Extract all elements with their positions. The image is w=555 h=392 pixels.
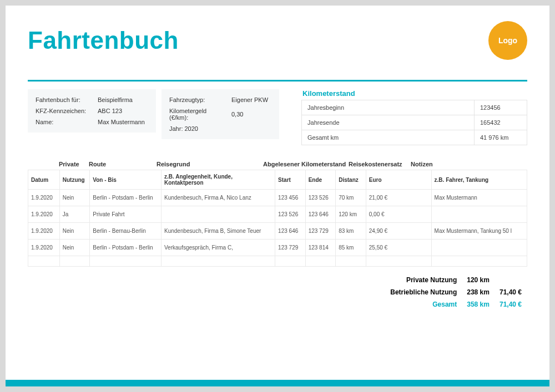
company-info-box: Fahrtenbuch für:Beispielfirma KFZ-Kennze… <box>28 89 156 133</box>
cell-nutz: Nein <box>59 190 90 206</box>
cell-route: Berlin - Potsdam - Berlin <box>90 190 162 206</box>
value: 0,30 <box>231 106 271 123</box>
label: Name: <box>36 117 97 127</box>
label: Gesamt km <box>302 130 475 145</box>
col-grund: z.B. Anglegenheit, Kunde, Kontaktperson <box>162 170 275 190</box>
header: Fahrtenbuch Logo <box>28 21 527 60</box>
col-distanz: Distanz <box>336 170 366 190</box>
cell-start: 123 729 <box>275 240 306 256</box>
page-title: Fahrtenbuch <box>28 27 179 54</box>
table-row: 1.9.2020NeinBerlin - Bernau-BerlinKunden… <box>28 223 527 240</box>
odometer-table: Jahresbeginn123456 Jahresende165432 Gesa… <box>301 100 527 145</box>
cell-route: Berlin - Bernau-Berlin <box>90 223 162 240</box>
cell-notiz <box>431 206 527 223</box>
value: Max Mustermann <box>98 117 148 127</box>
cell-datum: 1.9.2020 <box>28 190 60 206</box>
label: Kilometergeld (€/km): <box>169 106 230 123</box>
cell-ende: 123 814 <box>305 240 336 256</box>
km: 120 km <box>462 274 494 286</box>
col-euro: Euro <box>366 170 431 190</box>
cell-datum: 1.9.2020 <box>28 240 60 256</box>
col-ende: Ende <box>305 170 336 190</box>
cell-start: 123 456 <box>275 190 306 206</box>
label: Private Nutzung <box>386 274 461 286</box>
cell-euro: 24,90 € <box>366 223 431 240</box>
label: Jahresbeginn <box>302 100 475 115</box>
log-table: Datum Nutzung Von - Bis z.B. Anglegenhei… <box>28 170 527 267</box>
cell-notiz: Max Mustermann <box>431 190 527 206</box>
table-row: 1.9.2020JaPrivate Fahrt123 526123 646120… <box>28 206 527 223</box>
group-notizen: Notizen <box>411 161 527 167</box>
cell-start <box>275 256 306 267</box>
cell-grund <box>162 256 275 267</box>
cell-ende: 123 526 <box>305 190 336 206</box>
value: Eigener PKW <box>231 95 271 105</box>
divider <box>28 80 527 82</box>
cell-route <box>90 256 162 267</box>
cell-euro <box>366 256 431 267</box>
eur: 71,40 € <box>495 299 526 310</box>
km: 238 km <box>462 287 494 298</box>
group-grund: Reisegrund <box>157 161 263 167</box>
value: 123456 <box>475 100 527 115</box>
cell-nutz: Ja <box>59 206 90 223</box>
col-start: Start <box>275 170 306 190</box>
cell-ende: 123 646 <box>305 206 336 223</box>
cell-nutz: Nein <box>59 240 90 256</box>
log-section: Private Route Reisegrund Abgelesener Kil… <box>28 161 527 267</box>
cell-dist: 85 km <box>336 240 366 256</box>
label: Gesamt <box>386 299 461 310</box>
info-row: Fahrtenbuch für:Beispielfirma KFZ-Kennze… <box>28 89 527 145</box>
cell-notiz: Max Mustermann, Tankung 50 l <box>431 223 527 240</box>
cell-start: 123 646 <box>275 223 306 240</box>
cell-notiz <box>431 240 527 256</box>
km: 358 km <box>462 299 494 310</box>
eur: 71,40 € <box>495 287 526 298</box>
group-route: Route <box>89 161 157 167</box>
cell-route: Berlin - Potsdam - Berlin <box>90 240 162 256</box>
cell-ende <box>305 256 336 267</box>
cell-euro: 21,00 € <box>366 190 431 206</box>
cell-euro: 25,50 € <box>366 240 431 256</box>
col-notiz: z.B. Fahrer, Tankung <box>431 170 527 190</box>
value: ABC 123 <box>98 106 148 116</box>
vehicle-info-box: Fahrzeugtyp:Eigener PKW Kilometergeld (€… <box>162 89 279 139</box>
table-row: 1.9.2020NeinBerlin - Potsdam - BerlinVer… <box>28 240 527 256</box>
summary-business: Betriebliche Nutzung 238 km 71,40 € <box>386 287 526 298</box>
label: Jahresende <box>302 115 475 130</box>
label: KFZ-Kennzeichen: <box>36 106 97 116</box>
col-vonbis: Von - Bis <box>90 170 162 190</box>
group-private: Private <box>59 161 89 167</box>
summary-total: Gesamt 358 km 71,40 € <box>386 299 526 310</box>
group-ersatz: Reisekostenersatz <box>349 161 411 167</box>
value: 165432 <box>475 115 527 130</box>
odometer-block: Kilometerstand Jahresbeginn123456 Jahres… <box>301 89 527 145</box>
cell-dist: 70 km <box>336 190 366 206</box>
cell-notiz <box>431 256 527 267</box>
group-abg: Abgelesener Kilometerstand <box>263 161 349 167</box>
footer-bar <box>6 380 549 386</box>
table-header-row: Datum Nutzung Von - Bis z.B. Anglegenhei… <box>28 170 527 190</box>
label: Fahrzeugtyp: <box>169 95 230 105</box>
table-row: 1.9.2020NeinBerlin - Potsdam - BerlinKun… <box>28 190 527 206</box>
cell-grund: Verkaufsgespräch, Firma C, <box>162 240 275 256</box>
cell-grund: Kundenbesuch, Firma A, Nico Lanz <box>162 190 275 206</box>
cell-datum: 1.9.2020 <box>28 206 60 223</box>
label: Betriebliche Nutzung <box>386 287 461 298</box>
logo-placeholder: Logo <box>488 21 527 60</box>
page: Fahrtenbuch Logo Fahrtenbuch für:Beispie… <box>6 6 549 386</box>
label: Jahr: 2020 <box>169 124 271 134</box>
cell-route: Private Fahrt <box>90 206 162 223</box>
table-row <box>28 256 527 267</box>
cell-dist: 120 km <box>336 206 366 223</box>
cell-nutz <box>59 256 90 267</box>
cell-datum <box>28 256 60 267</box>
cell-start: 123 526 <box>275 206 306 223</box>
cell-nutz: Nein <box>59 223 90 240</box>
col-datum: Datum <box>28 170 60 190</box>
cell-datum: 1.9.2020 <box>28 223 60 240</box>
eur <box>495 274 526 286</box>
cell-dist: 83 km <box>336 223 366 240</box>
col-nutzung: Nutzung <box>59 170 90 190</box>
label: Fahrtenbuch für: <box>36 95 97 105</box>
